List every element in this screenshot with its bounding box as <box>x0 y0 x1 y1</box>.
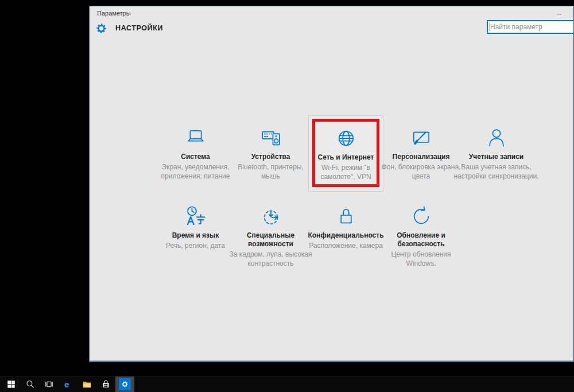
page-title: НАСТРОЙКИ <box>115 24 163 32</box>
taskbar-search-button[interactable] <box>21 377 40 392</box>
tile-network-internet[interactable]: Сеть и Интернет Wi-Fi, режим "в самолете… <box>308 115 383 192</box>
settings-window: Параметры – НАСТРОЙКИ Система Экран, уве… <box>89 6 574 362</box>
tile-title: Обновление и безопасность <box>381 231 462 249</box>
globe-icon <box>334 126 358 150</box>
tile-subtitle: Ваша учетная запись, настройки синхрониз… <box>454 162 539 181</box>
tile-ease-of-access[interactable]: Специальные возможности За кадром, лупа,… <box>233 194 308 270</box>
personalization-icon <box>409 126 433 150</box>
tile-subtitle: Экран, уведомления, приложения; питание <box>153 162 238 181</box>
gear-icon <box>121 381 129 388</box>
tile-subtitle: За кадром, лупа, высокая контрастность <box>228 250 313 268</box>
tile-subtitle: Речь, регион, дата <box>153 241 238 250</box>
tile-title: Персонализация <box>381 153 462 161</box>
store-button[interactable] <box>96 377 115 392</box>
tile-subtitle: Wi-Fi, режим "в самолете", VPN <box>304 163 389 181</box>
tile-title: Конфиденциальность <box>305 231 387 240</box>
tile-title: Система <box>155 153 236 161</box>
folder-icon <box>82 379 92 389</box>
tb-search-icon <box>25 379 35 389</box>
tile-subtitle: Расположение, камера <box>304 241 389 250</box>
privacy-icon <box>334 204 358 228</box>
tile-time-language[interactable]: Время и язык Речь, регион, дата <box>158 194 233 270</box>
search-input[interactable] <box>487 20 574 34</box>
edge-icon <box>63 379 73 389</box>
tile-title: Устройства <box>230 153 312 161</box>
tile-subtitle: Bluetooth, принтеры, мышь <box>228 162 313 181</box>
minimize-button[interactable]: – <box>546 6 572 20</box>
tile-devices[interactable]: Устройства Bluetooth, принтеры, мышь <box>233 115 308 192</box>
tile-update-security[interactable]: Обновление и безопасность Центр обновлен… <box>383 194 459 270</box>
file-explorer-button[interactable] <box>77 377 96 392</box>
task-view-button[interactable] <box>40 377 59 392</box>
taskview-icon <box>44 379 54 389</box>
taskbar <box>0 376 574 392</box>
update-icon <box>409 204 433 228</box>
store-icon <box>101 379 111 389</box>
tile-title: Время и язык <box>155 231 236 240</box>
settings-tile-background <box>119 378 131 390</box>
tile-subtitle: Центр обновления Windows, <box>379 250 464 268</box>
settings-tiles-grid: Система Экран, уведомления, приложения; … <box>158 115 537 273</box>
time-language-icon <box>184 204 208 228</box>
edge-button[interactable] <box>59 377 77 392</box>
laptop-icon <box>184 126 208 150</box>
start-button[interactable] <box>2 377 21 392</box>
text-caret <box>490 23 490 31</box>
tile-system[interactable]: Система Экран, уведомления, приложения; … <box>158 115 233 192</box>
settings-button[interactable] <box>115 377 134 392</box>
settings-header: НАСТРОЙКИ <box>95 21 163 35</box>
tile-privacy[interactable]: Конфиденциальность Расположение, камера <box>308 194 383 270</box>
tile-accounts[interactable]: Учетные записи Ваша учетная запись, наст… <box>459 115 534 192</box>
tile-title: Специальные возможности <box>230 231 312 249</box>
tile-title: Учетные записи <box>456 153 537 161</box>
ease-icon <box>259 204 283 228</box>
gear-icon <box>95 22 107 34</box>
tile-title: Сеть и Интернет <box>305 153 387 162</box>
tile-subtitle: Фон, блокировка экрана, цвета <box>379 162 464 181</box>
devices-icon <box>259 126 283 150</box>
tile-personalization[interactable]: Персонализация Фон, блокировка экрана, ц… <box>383 115 459 192</box>
window-titlebar[interactable]: Параметры <box>97 10 131 17</box>
start-icon <box>6 379 16 389</box>
account-icon <box>484 126 509 150</box>
